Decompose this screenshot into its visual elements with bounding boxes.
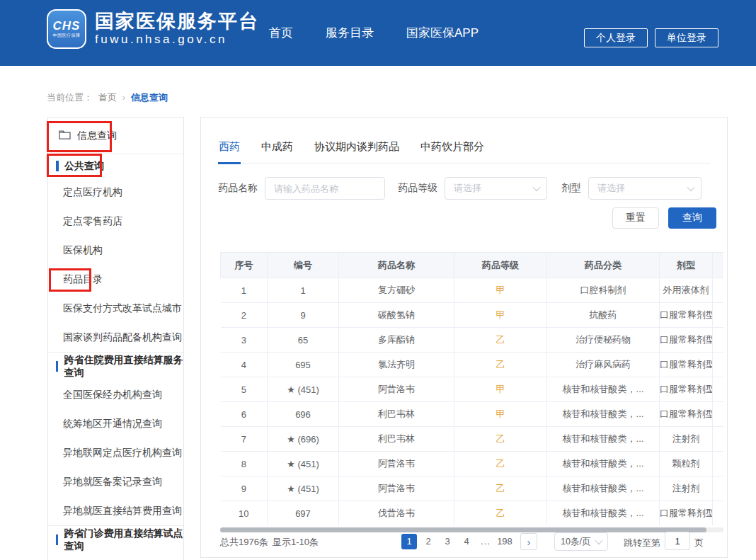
- drug-name-input[interactable]: [265, 177, 385, 200]
- sidebar-label: 定点零售药店: [63, 215, 122, 228]
- page-jump-suffix: 页: [694, 537, 704, 549]
- cell-r1-c0: 1: [221, 278, 268, 303]
- brand[interactable]: CHS 中国医疗保障 国家医保服务平台 fuwu.nhsa.gov.cn: [47, 9, 259, 49]
- cell-r1-c2: 复方硼砂: [339, 278, 454, 303]
- nav-item-1[interactable]: 服务目录: [326, 25, 374, 41]
- sidebar-item-2[interactable]: 定点医疗机构: [48, 178, 183, 207]
- nav-item-0[interactable]: 首页: [269, 25, 293, 41]
- cell-cutoff: [713, 278, 724, 303]
- org-login-button[interactable]: 单位登录: [655, 28, 718, 47]
- cell-r2-c1: 9: [268, 303, 339, 328]
- sidebar-label: 信息查询: [77, 130, 117, 142]
- sidebar-root-info-query[interactable]: 信息查询: [48, 118, 183, 154]
- cell-cutoff: [713, 303, 724, 328]
- breadcrumb-current[interactable]: 信息查询: [131, 91, 168, 104]
- cell-cutoff: [713, 402, 724, 427]
- column-header-2: 药品名称: [339, 253, 454, 278]
- cell-r3-c0: 3: [221, 328, 268, 353]
- drug-grade-select[interactable]: 请选择: [445, 177, 547, 200]
- sidebar-label: 药品目录: [63, 273, 103, 286]
- page-jump-input[interactable]: [665, 532, 690, 550]
- page-button-4[interactable]: 4: [459, 534, 474, 549]
- reset-button[interactable]: 重置: [612, 207, 659, 229]
- cell-r8-c2: 阿昔洛韦: [339, 452, 454, 476]
- table-row: 10697伐昔洛韦乙核苷和核苷酸类，...口服常释剂型: [221, 501, 724, 526]
- cell-r4-c1: 695: [268, 353, 339, 377]
- page-button-2[interactable]: 2: [420, 534, 436, 549]
- drug-grade-select-value: 请选择: [454, 182, 481, 195]
- breadcrumb-home[interactable]: 首页: [98, 91, 117, 104]
- table-header-row: 序号编号药品名称药品等级药品分类剂型: [221, 253, 724, 278]
- sidebar-label: 医保支付方式改革试点城市: [63, 302, 182, 315]
- next-page-button[interactable]: ›: [520, 533, 537, 550]
- cell-r9-c3: 乙: [454, 476, 547, 501]
- pagination-summary: 总共1976条显示1-10条: [220, 536, 323, 549]
- breadcrumb: 当前位置： 首页 › 信息查询: [47, 91, 168, 104]
- cell-cutoff: [713, 328, 724, 353]
- table-row: 29碳酸氢钠甲抗酸药口服常释剂型: [221, 303, 724, 328]
- sidebar-item-11[interactable]: 异地联网定点医疗机构查询: [48, 438, 183, 467]
- sidebar-item-3[interactable]: 定点零售药店: [48, 207, 183, 236]
- section-marker-icon: [56, 361, 58, 372]
- sidebar-item-10[interactable]: 统筹地区开通情况查询: [48, 409, 183, 438]
- sidebar-item-9[interactable]: 全国医保经办机构查询: [48, 380, 183, 409]
- sidebar-item-5[interactable]: 药品目录: [48, 265, 183, 294]
- column-header-0: 序号: [221, 253, 268, 278]
- drug-table-wrap: 序号编号药品名称药品等级药品分类剂型11复方硼砂甲口腔科制剂外用液体剂29碳酸氢…: [220, 252, 723, 525]
- sidebar-section-14[interactable]: 跨省门诊费用直接结算试点查询: [48, 525, 183, 554]
- page-size-value: 10条/页: [561, 536, 590, 548]
- tab-1[interactable]: 中成药: [260, 137, 294, 164]
- sidebar-label: 全国医保经办机构查询: [63, 389, 162, 401]
- page-button-1[interactable]: 1: [401, 534, 417, 549]
- cell-r4-c0: 4: [221, 353, 268, 377]
- cell-r7-c2: 利巴韦林: [339, 427, 454, 452]
- dosage-form-select[interactable]: 请选择: [588, 177, 701, 200]
- drug-name-label: 药品名称: [218, 182, 258, 195]
- cell-r1-c5: 外用液体剂: [660, 278, 713, 303]
- personal-login-button[interactable]: 个人登录: [584, 28, 648, 47]
- chevron-down-icon: [687, 183, 694, 191]
- table-row: 7★ (696)利巴韦林乙核苷和核苷酸类，...注射剂: [221, 427, 724, 452]
- nav-item-2[interactable]: 国家医保APP: [406, 25, 479, 41]
- tab-0[interactable]: 西药: [218, 137, 241, 164]
- sidebar-item-12[interactable]: 异地就医备案记录查询: [48, 467, 183, 496]
- cell-r10-c2: 伐昔洛韦: [339, 501, 454, 526]
- page-button-3[interactable]: 3: [440, 534, 455, 549]
- column-header-cutoff: [713, 253, 724, 278]
- page-jump: 跳转至第 页: [624, 535, 704, 550]
- sidebar-section-1[interactable]: 公共查询: [48, 154, 183, 178]
- logo-badge: CHS: [53, 20, 81, 33]
- sidebar-item-13[interactable]: 异地就医直接结算费用查询: [48, 496, 183, 525]
- breadcrumb-prefix: 当前位置：: [47, 91, 93, 104]
- sidebar-label: 异地联网定点医疗机构查询: [63, 447, 182, 459]
- sidebar-label: 医保机构: [63, 244, 103, 257]
- chevron-down-icon: [595, 537, 602, 544]
- tab-3[interactable]: 中药饮片部分: [420, 137, 485, 164]
- sidebar-label: 统筹地区开通情况查询: [63, 418, 162, 430]
- page-size-select[interactable]: 10条/页: [554, 532, 608, 551]
- cell-cutoff: [713, 476, 724, 501]
- sidebar-item-4[interactable]: 医保机构: [48, 236, 183, 265]
- search-button[interactable]: 查询: [668, 207, 716, 229]
- tab-2[interactable]: 协议期内谈判药品: [314, 137, 400, 164]
- pagination-range: 显示1-10条: [273, 537, 319, 547]
- cell-r4-c3: 乙: [454, 353, 547, 377]
- sidebar-item-7[interactable]: 国家谈判药品配备机构查询: [48, 323, 183, 352]
- column-header-5: 剂型: [660, 253, 713, 278]
- cell-cutoff: [713, 501, 724, 526]
- chevron-down-icon: [532, 183, 540, 191]
- cell-r4-c4: 治疗麻风病药: [547, 353, 660, 377]
- cell-r10-c1: 697: [268, 501, 339, 526]
- site-domain: fuwu.nhsa.gov.cn: [95, 32, 259, 47]
- drug-grade-label: 药品等级: [398, 182, 437, 195]
- page-button-198[interactable]: 198: [497, 534, 512, 549]
- sidebar-item-6[interactable]: 医保支付方式改革试点城市: [48, 294, 183, 323]
- column-header-1: 编号: [268, 253, 339, 278]
- table-row: 365多库酯钠乙治疗便秘药物口服常释剂型: [221, 328, 724, 353]
- page: CHS 中国医疗保障 国家医保服务平台 fuwu.nhsa.gov.cn 首页服…: [0, 0, 756, 560]
- sidebar-section-8[interactable]: 跨省住院费用直接结算服务查询: [48, 352, 183, 380]
- cell-r5-c5: 口服常释剂型: [660, 377, 713, 402]
- sidebar-label: 异地就医直接结算费用查询: [63, 505, 182, 518]
- dosage-form-label: 剂型: [561, 182, 581, 195]
- login-buttons: 个人登录 单位登录: [584, 28, 718, 47]
